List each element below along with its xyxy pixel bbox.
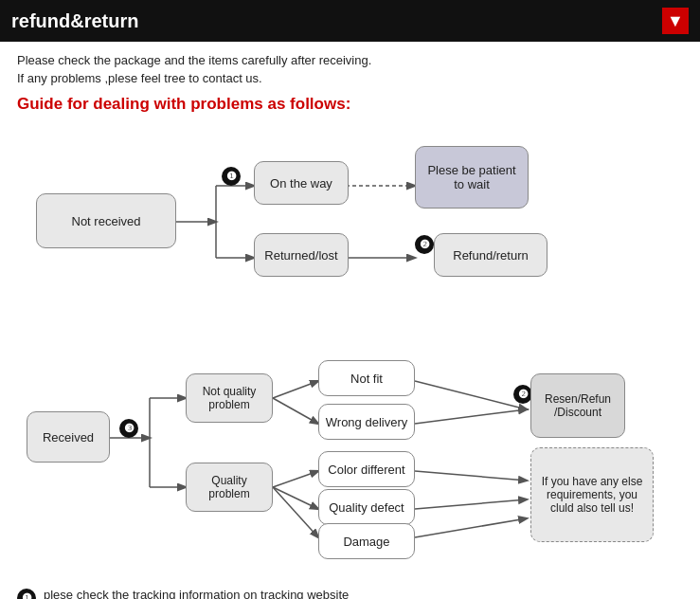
diagram1: Not received ❶ On the way Returned/lost … <box>17 127 680 317</box>
diagram2: Received ❸ Not quality problem Quality p… <box>17 334 680 552</box>
notes-section: ❶ plese check the tracking information o… <box>0 580 700 599</box>
svg-line-16 <box>273 487 318 537</box>
received-box: Received <box>27 411 110 463</box>
note-num-1: ❶ <box>17 589 36 599</box>
svg-line-12 <box>273 381 318 398</box>
header-bar: refund&return ▼ <box>0 0 700 42</box>
damage-box: Damage <box>318 523 415 559</box>
color-different-box: Color different <box>318 451 415 487</box>
svg-line-21 <box>415 518 527 537</box>
resen-box: Resen/Refun /Discount <box>530 373 625 438</box>
svg-line-15 <box>273 487 318 509</box>
quality-defect-box: Quality defect <box>318 489 415 525</box>
returned-lost-box: Returned/lost <box>254 233 349 277</box>
refund-return-box: Refund/return <box>434 233 547 277</box>
please-be-patient-box: Plese be patient to wait <box>415 146 529 209</box>
svg-line-20 <box>415 499 527 509</box>
wrong-delivery-box: Wrong delivery <box>318 404 415 440</box>
svg-line-18 <box>415 409 527 424</box>
intro-line1: Please check the package and the items c… <box>17 53 683 67</box>
svg-line-13 <box>273 398 318 424</box>
quality-problem-box: Quality problem <box>186 463 273 512</box>
not-received-box: Not received <box>36 193 176 248</box>
circle-num-2: ❷ <box>415 235 434 254</box>
page-title: refund&return <box>11 10 138 32</box>
circle-num-3: ❸ <box>119 419 138 438</box>
circle-num-2b: ❷ <box>513 385 532 404</box>
note-text-1: plese check the tracking information on … <box>44 588 349 599</box>
guide-title: Guide for dealing with problems as follo… <box>17 95 683 114</box>
not-fit-box: Not fit <box>318 360 415 396</box>
intro-line2: If any problems ,plese feel tree to cont… <box>17 71 683 85</box>
on-the-way-box: On the way <box>254 161 349 205</box>
down-arrow-icon: ▼ <box>662 8 689 34</box>
note-item-1: ❶ plese check the tracking information o… <box>17 588 683 599</box>
circle-num-1: ❶ <box>222 167 241 186</box>
svg-line-19 <box>415 471 527 481</box>
svg-line-14 <box>273 471 318 487</box>
not-quality-problem-box: Not quality problem <box>186 373 273 423</box>
svg-line-17 <box>415 381 527 409</box>
content-area: Please check the package and the items c… <box>0 42 700 580</box>
if-you-have-box: If you have any else requirements, you c… <box>530 447 654 542</box>
